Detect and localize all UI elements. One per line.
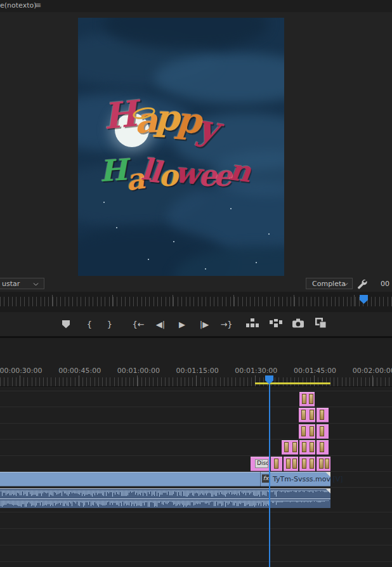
waveform-bar: [196, 490, 197, 493]
waveform-bar: [228, 490, 228, 493]
star-dot: [205, 268, 206, 270]
waveform-bar: [1, 490, 1, 492]
waveform-bar: [204, 490, 204, 495]
waveform-bar: [212, 500, 213, 502]
graphic-clip[interactable]: [317, 408, 329, 422]
export-frame-button[interactable]: [290, 316, 306, 332]
waveform-bar: [239, 490, 240, 495]
audio-clip-a1[interactable]: [0, 488, 330, 508]
waveform-bar: [328, 500, 329, 501]
graphic-clip[interactable]: [282, 440, 298, 455]
monitor-scrub-ruler[interactable]: [0, 292, 392, 312]
graphic-clip[interactable]: [317, 440, 329, 455]
waveform-bar: [235, 500, 236, 503]
graphic-clip[interactable]: [299, 424, 315, 439]
go-to-out-button[interactable]: →}: [218, 316, 235, 332]
waveform-bar: [240, 490, 241, 492]
waveform-bar: [78, 500, 79, 505]
waveform-bar: [183, 500, 184, 507]
waveform-bar: [92, 490, 93, 497]
waveform-bar: [92, 500, 93, 505]
waveform-bar: [224, 500, 225, 502]
waveform-bar: [155, 490, 156, 492]
waveform-bar: [322, 490, 322, 491]
waveform-bar: [299, 490, 299, 492]
panel-tab-title[interactable]: e(notexto): [0, 1, 37, 10]
graphic-clip[interactable]: [284, 457, 298, 471]
waveform-bar: [149, 490, 150, 494]
waveform-bar: [218, 490, 218, 493]
scrub-major-tick: [52, 295, 53, 306]
waveform-bar: [282, 490, 283, 492]
waveform-bar: [256, 490, 256, 496]
waveform-bar: [152, 490, 152, 496]
waveform-bar: [34, 500, 34, 505]
mark-in-button[interactable]: {: [81, 316, 98, 332]
waveform-bar: [114, 490, 114, 493]
star-dot: [103, 202, 105, 203]
track-separator: [0, 423, 392, 424]
button-editor-button[interactable]: [312, 316, 329, 332]
waveform-bar: [195, 490, 195, 493]
waveform-bar: [174, 490, 175, 492]
quality-dropdown-value: Completa: [312, 280, 346, 288]
waveform-bar: [182, 500, 183, 505]
waveform-bar: [12, 500, 13, 505]
waveform-bar: [294, 500, 294, 502]
waveform-bar: [171, 490, 171, 495]
video-clip-v1[interactable]: fxTyTm-Svsss.mov [V]: [0, 472, 330, 486]
waveform-bar: [136, 500, 137, 506]
go-to-in-button[interactable]: {←: [130, 316, 147, 332]
graphic-clip[interactable]: [299, 440, 315, 455]
extract-button[interactable]: [268, 316, 284, 332]
waveform-bar: [285, 500, 285, 502]
waveform-bar: [70, 500, 71, 504]
play-button[interactable]: ▶: [174, 316, 190, 332]
waveform-bar: [286, 490, 287, 492]
waveform-bar: [324, 490, 325, 492]
graphic-clip[interactable]: [299, 392, 315, 407]
mark-out-button[interactable]: }: [101, 316, 118, 332]
waveform-bar: [174, 500, 175, 504]
waveform-bar: [310, 490, 311, 492]
clip-thumbnail: [310, 426, 314, 436]
graphic-clip[interactable]: [317, 457, 330, 471]
lift-button[interactable]: [244, 316, 261, 332]
step-forward-button[interactable]: |▶: [196, 316, 212, 332]
clip-thumbnail: [319, 459, 323, 469]
waveform-bar: [303, 490, 303, 492]
waveform-bar: [287, 490, 288, 492]
waveform-bar: [96, 500, 96, 504]
add-marker-button[interactable]: [58, 316, 74, 332]
waveform-bar: [252, 500, 252, 506]
quality-dropdown[interactable]: Completa: [306, 278, 353, 289]
waveform-bar: [1, 500, 1, 506]
graphic-clip[interactable]: [299, 408, 315, 422]
transition-box[interactable]: Diso: [255, 459, 268, 468]
waveform-bar: [27, 500, 28, 504]
step-back-button[interactable]: ◀|: [152, 316, 169, 332]
waveform-bar: [277, 490, 278, 492]
graphic-clip[interactable]: Diso: [251, 457, 269, 471]
waveform-bar: [117, 500, 118, 505]
graphic-clip[interactable]: [299, 457, 315, 471]
waveform-bar: [117, 490, 118, 494]
graphic-clip[interactable]: [317, 424, 329, 439]
waveform-bar: [144, 490, 145, 493]
waveform-bar: [160, 490, 161, 495]
waveform-bar: [252, 490, 252, 492]
track-separator: [0, 439, 392, 440]
waveform-bar: [258, 490, 259, 495]
panel-menu-icon[interactable]: ≡: [35, 1, 41, 10]
waveform-bar: [131, 500, 132, 506]
waveform-bar: [306, 490, 307, 491]
timeline-playhead-line[interactable]: [269, 384, 270, 567]
waveform-bar: [46, 490, 47, 493]
work-area-bar: [255, 382, 330, 384]
waveform-bar: [148, 490, 148, 492]
graphic-clip[interactable]: [271, 457, 282, 471]
waveform-bar: [51, 490, 52, 495]
settings-wrench-button[interactable]: [356, 278, 367, 292]
fit-dropdown[interactable]: ustar: [0, 278, 44, 289]
waveform-bar: [11, 500, 11, 504]
